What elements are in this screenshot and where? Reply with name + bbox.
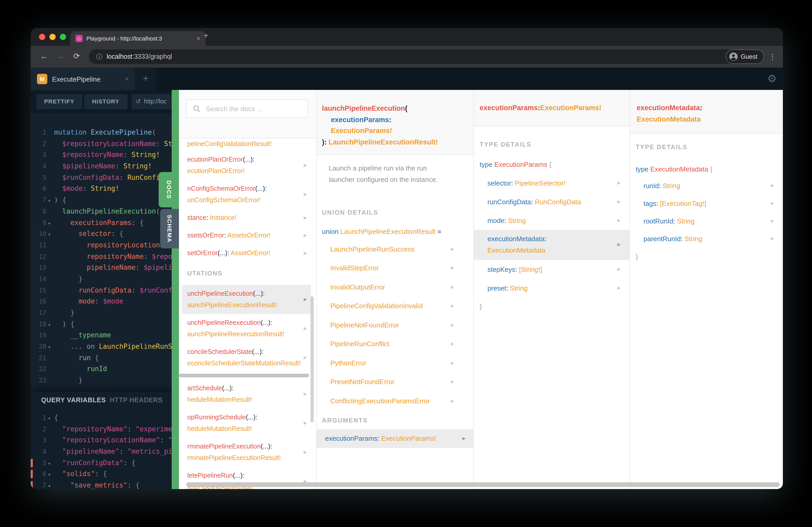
code-token bbox=[54, 298, 78, 305]
fold-arrow-icon[interactable]: ▾ bbox=[48, 413, 54, 424]
code-text: "save_metrics": { bbox=[54, 481, 140, 489]
horizontal-scrollbar[interactable] bbox=[186, 482, 780, 487]
type-details-label: TYPE DETAILS bbox=[636, 144, 783, 151]
settings-gear-icon[interactable]: ⚙ bbox=[767, 72, 777, 85]
docs-item-text: nConfigSchemaOrError(...): bbox=[187, 183, 316, 194]
docs-column-field-detail: launchPipelineExecution(executionParams:… bbox=[316, 90, 474, 489]
playground-tab[interactable]: M ExecutePipeline × bbox=[31, 67, 135, 90]
vertical-scrollbar[interactable] bbox=[310, 296, 314, 423]
docs-item-text: heduleMutationResult! bbox=[187, 394, 316, 405]
endpoint-url-field[interactable]: ↺http://loc bbox=[132, 94, 172, 109]
prettify-button[interactable]: PRETTIFY bbox=[37, 94, 82, 109]
address-bar[interactable]: ⓘ localhost:3333/graphql bbox=[89, 49, 763, 64]
union-member[interactable]: InvalidStepError▶ bbox=[317, 259, 474, 277]
docs-search-strip bbox=[179, 90, 316, 138]
code-token: Instance! bbox=[210, 214, 236, 222]
traffic-light-close-icon[interactable] bbox=[39, 34, 45, 40]
fold-arrow-icon[interactable]: ▾ bbox=[48, 458, 54, 470]
code-token: : bbox=[123, 151, 131, 159]
docs-list-item[interactable]: artSchedule(...):heduleMutationResult!▶ bbox=[179, 379, 316, 408]
new-tab-button[interactable]: + bbox=[203, 31, 208, 41]
docs-search-box[interactable] bbox=[186, 99, 308, 118]
fold-arrow-icon[interactable]: ▾ bbox=[48, 218, 54, 229]
docs-list-item[interactable]: unchPipelineExecution(...):aunchPipeline… bbox=[182, 285, 311, 314]
docs-list-item[interactable]: opRunningSchedule(...):heduleMutationRes… bbox=[179, 408, 316, 438]
colon: : bbox=[531, 198, 535, 206]
back-icon[interactable]: ← bbox=[40, 51, 48, 60]
fold-arrow-icon[interactable]: ▾ bbox=[48, 195, 54, 207]
docs-list-item[interactable]: stance: Instance!▶ bbox=[179, 209, 316, 227]
fold-arrow-icon[interactable]: ▾ bbox=[48, 470, 54, 481]
docs-item-text: ssetsOrError: AssetsOrError! bbox=[187, 230, 271, 241]
docs-list-item[interactable]: rminatePipelineExecution(...):rminatePip… bbox=[179, 438, 316, 467]
browser-tab[interactable]: ◇ Playground - http://localhost:3 × bbox=[70, 31, 205, 46]
code-token: : bbox=[119, 448, 127, 455]
fold-arrow-icon[interactable]: ▾ bbox=[48, 319, 54, 331]
history-button[interactable]: HISTORY bbox=[84, 94, 127, 109]
traffic-light-zoom-icon[interactable] bbox=[60, 34, 66, 40]
union-member[interactable]: InvalidOutputError▶ bbox=[317, 277, 474, 297]
arguments-label: ARGUMENTS bbox=[322, 417, 474, 424]
code-text: selector: { bbox=[54, 230, 123, 238]
type-field[interactable]: runConfigData: RunConfigData▶ bbox=[474, 192, 630, 211]
code-token bbox=[54, 459, 62, 467]
reload-icon[interactable]: ⟳ bbox=[73, 51, 80, 61]
union-member[interactable]: PipelineNotFoundError▶ bbox=[317, 315, 474, 334]
docs-list-item[interactable]: pelineConfigValidationResult! bbox=[179, 138, 316, 151]
docs-item-text: unchPipelineExecution(...): bbox=[187, 288, 311, 299]
schema-side-tab[interactable]: SCHEMA bbox=[160, 209, 179, 249]
type-field[interactable]: executionMetadata:ExecutionMetadata▶ bbox=[474, 230, 630, 260]
union-member[interactable]: LaunchPipelineRunSuccess▶ bbox=[317, 240, 474, 259]
fold-arrow-icon[interactable]: ▾ bbox=[48, 229, 54, 240]
docs-list-item[interactable]: setOrError(...): AssetOrError!▶ bbox=[179, 244, 316, 262]
type-field[interactable]: selector: PipelineSelector!▶ bbox=[474, 174, 630, 192]
union-member[interactable]: ConflictingExecutionParamsError▶ bbox=[317, 391, 474, 410]
code-token: { bbox=[91, 354, 99, 362]
union-member[interactable]: PythonError▶ bbox=[317, 353, 474, 372]
query-editor[interactable]: 1mutation ExecutePipeline(2 $repositoryL… bbox=[31, 113, 172, 392]
traffic-light-minimize-icon[interactable] bbox=[49, 34, 56, 40]
docs-side-tab[interactable]: DOCS bbox=[159, 172, 179, 207]
type-field[interactable]: tags: [ExecutionTag!]▶ bbox=[630, 194, 783, 212]
docs-search-input[interactable] bbox=[205, 104, 301, 113]
docs-list-item[interactable]: unchPipelineReexecution(...):aunchPipeli… bbox=[179, 314, 316, 343]
code-token: AssetsOrError! bbox=[227, 232, 270, 239]
forward-icon[interactable]: → bbox=[57, 51, 64, 60]
line-number: 12 bbox=[31, 251, 46, 262]
playground-new-tab-button[interactable]: + bbox=[135, 67, 157, 90]
profile-button[interactable]: Guest bbox=[726, 49, 764, 64]
code-token: ) { bbox=[54, 320, 74, 328]
code-token: repositoryName bbox=[87, 252, 144, 260]
code-token: type bbox=[480, 161, 494, 168]
union-member[interactable]: PipelineRunConflict▶ bbox=[317, 334, 474, 353]
code-token: executionParams bbox=[71, 219, 132, 226]
tab-close-icon[interactable]: × bbox=[197, 35, 200, 42]
browser-menu-icon[interactable]: ⋮ bbox=[769, 52, 776, 61]
fold-arrow-icon[interactable]: ▾ bbox=[48, 342, 54, 353]
docs-list-item[interactable]: ecutionPlanOrError(...):ecutionPlanOrErr… bbox=[179, 151, 316, 180]
docs-list-item[interactable]: nConfigSchemaOrError(...):unConfigSchema… bbox=[179, 180, 316, 209]
union-member[interactable]: PipelineConfigValidationInvalid▶ bbox=[317, 297, 474, 315]
chevron-right-icon: ▶ bbox=[304, 163, 307, 168]
type-field[interactable]: runId: String▶ bbox=[630, 177, 783, 194]
docs-list-item[interactable]: ssetsOrError: AssetsOrError!▶ bbox=[179, 227, 316, 244]
variables-code[interactable]: 1▾{2 "repositoryName": "experiments_repo… bbox=[31, 408, 172, 489]
site-info-icon[interactable]: ⓘ bbox=[96, 52, 102, 61]
tab-http-headers[interactable]: HTTP HEADERS bbox=[110, 396, 163, 404]
horizontal-scrollbar[interactable] bbox=[179, 372, 316, 379]
type-field[interactable]: stepKeys: [String!]▶ bbox=[474, 260, 630, 278]
type-fields: runId: String▶tags: [ExecutionTag!]▶root… bbox=[630, 177, 783, 247]
header-line: launchPipelineExecution( bbox=[322, 103, 474, 114]
union-member[interactable]: PresetNotFoundError▶ bbox=[317, 372, 474, 391]
type-field[interactable]: rootRunId: String▶ bbox=[630, 212, 783, 230]
code-token: mutation bbox=[54, 129, 87, 136]
type-field[interactable]: preset: String▶ bbox=[474, 278, 630, 297]
fold-arrow-icon[interactable]: ▾ bbox=[48, 481, 54, 489]
tab-query-variables[interactable]: QUERY VARIABLES bbox=[41, 396, 106, 404]
argument-row[interactable]: executionParams: ExecutionParams! ▶ bbox=[317, 429, 474, 448]
type-field[interactable]: mode: String▶ bbox=[474, 211, 630, 230]
chevron-right-icon: ▶ bbox=[451, 304, 454, 308]
type-field[interactable]: parentRunId: String▶ bbox=[630, 230, 783, 247]
playground-tab-close-icon[interactable]: × bbox=[125, 75, 129, 82]
docs-list-item[interactable]: concileSchedulerState(...):econcileSched… bbox=[179, 343, 316, 372]
